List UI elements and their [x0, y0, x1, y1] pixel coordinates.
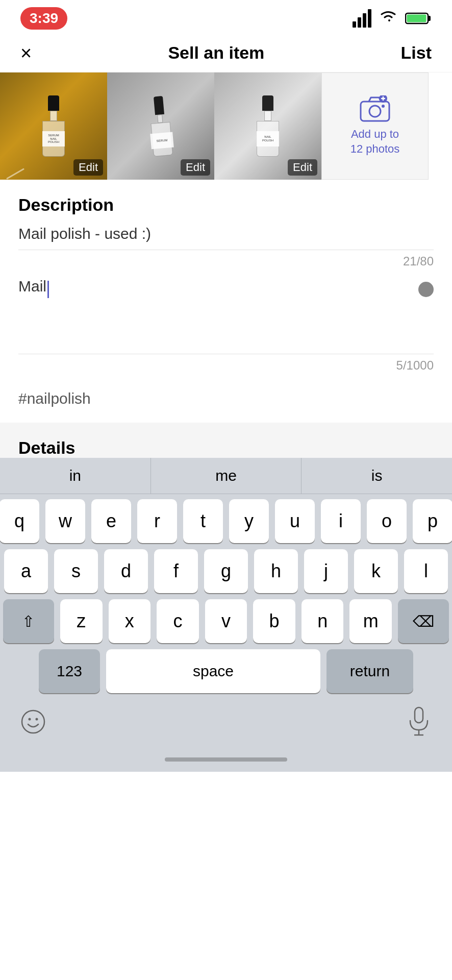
status-bar: 3:39: [0, 0, 452, 34]
key-p[interactable]: p: [413, 499, 452, 543]
delete-key[interactable]: ⌫: [398, 599, 449, 643]
svg-rect-1: [428, 16, 431, 21]
photo-item-3[interactable]: NAILPOLISH Edit: [214, 72, 321, 180]
key-t[interactable]: t: [183, 499, 223, 543]
key-s[interactable]: s: [54, 549, 98, 593]
details-section: Details: [0, 423, 452, 458]
description-title-row: [18, 225, 434, 250]
key-n[interactable]: n: [302, 599, 344, 643]
photo-content-3: NAILPOLISH: [257, 95, 279, 157]
key-r[interactable]: r: [137, 499, 177, 543]
svg-point-5: [382, 105, 385, 108]
key-y[interactable]: y: [229, 499, 269, 543]
photo-edit-button-3[interactable]: Edit: [288, 159, 317, 176]
keyboard-area: in me is q w e r t y u i o p a s d f g h…: [0, 458, 452, 752]
camera-icon: [360, 95, 390, 122]
key-i[interactable]: i: [321, 499, 361, 543]
details-section-title: Details: [18, 438, 434, 458]
key-row-1: q w e r t y u i o p: [3, 499, 449, 543]
svg-rect-3: [361, 102, 389, 121]
key-row-3: ⇧ z x c v b n m ⌫: [3, 599, 449, 643]
return-key[interactable]: return: [327, 649, 413, 693]
key-row-2: a s d f g h j k l: [3, 549, 449, 593]
page-title: Sell an item: [168, 43, 264, 63]
nav-bar: × Sell an item List: [0, 34, 452, 72]
key-a[interactable]: a: [4, 549, 48, 593]
photo-item-1[interactable]: SERUMNAILPOLISH Edit: [0, 72, 107, 180]
photo-content-2: SERUM: [148, 95, 173, 157]
key-g[interactable]: g: [204, 549, 248, 593]
keyboard-bottom-bar: [0, 699, 452, 752]
description-section: Description 21/80 Mail 5/1000 #nailpolis…: [0, 180, 452, 423]
add-photos-button[interactable]: Add up to12 photos: [321, 72, 429, 180]
key-m[interactable]: m: [349, 599, 392, 643]
key-f[interactable]: f: [154, 549, 198, 593]
key-u[interactable]: u: [275, 499, 315, 543]
photo-strip: SERUMNAILPOLISH Edit SERUM Edit: [0, 72, 452, 180]
hashtag-row: #nailpolish: [18, 380, 434, 423]
photo-edit-button-2[interactable]: Edit: [181, 159, 210, 176]
svg-point-11: [36, 718, 38, 721]
text-cursor: [47, 281, 49, 298]
description-body-char-count: 5/1000: [18, 354, 434, 380]
key-l[interactable]: l: [404, 549, 448, 593]
key-row-4: 123 space return: [3, 649, 449, 693]
wifi-icon: [379, 9, 398, 28]
microphone-button[interactable]: [406, 706, 432, 742]
key-v[interactable]: v: [205, 599, 247, 643]
key-k[interactable]: k: [354, 549, 398, 593]
description-body-row: Mail: [18, 273, 434, 354]
shift-key[interactable]: ⇧: [3, 599, 54, 643]
battery-icon: [405, 11, 432, 26]
svg-point-4: [369, 106, 381, 117]
svg-rect-12: [415, 707, 423, 723]
home-indicator: [0, 752, 452, 772]
description-section-title: Description: [18, 195, 434, 215]
key-b[interactable]: b: [253, 599, 295, 643]
key-o[interactable]: o: [367, 499, 407, 543]
home-indicator-bar: [165, 757, 287, 762]
space-key[interactable]: space: [106, 649, 320, 693]
autocomplete-item-1[interactable]: me: [151, 458, 302, 494]
status-time: 3:39: [20, 7, 67, 30]
photo-content: SERUMNAILPOLISH: [42, 95, 65, 157]
key-q[interactable]: q: [0, 499, 39, 543]
add-photos-label: Add up to12 photos: [350, 127, 400, 156]
numbers-key[interactable]: 123: [39, 649, 100, 693]
signal-bars-icon: [353, 9, 371, 28]
list-button[interactable]: List: [401, 43, 432, 63]
svg-point-10: [29, 718, 31, 721]
status-icons: [353, 9, 432, 28]
autocomplete-item-2[interactable]: is: [302, 458, 452, 494]
autocomplete-item-0[interactable]: in: [0, 458, 151, 494]
autocomplete-bar: in me is: [0, 458, 452, 494]
key-x[interactable]: x: [109, 599, 151, 643]
svg-point-9: [22, 710, 44, 733]
svg-rect-2: [407, 15, 426, 22]
key-w[interactable]: w: [45, 499, 85, 543]
key-c[interactable]: c: [157, 599, 199, 643]
keyboard-keys: q w e r t y u i o p a s d f g h j k l ⇧ …: [0, 494, 452, 693]
close-button[interactable]: ×: [20, 43, 32, 63]
description-body-text: Mail: [18, 278, 46, 295]
photo-item-2[interactable]: SERUM Edit: [107, 72, 214, 180]
key-h[interactable]: h: [254, 549, 298, 593]
description-title-input[interactable]: [18, 225, 434, 242]
key-d[interactable]: d: [104, 549, 148, 593]
key-z[interactable]: z: [60, 599, 103, 643]
key-j[interactable]: j: [304, 549, 348, 593]
emoji-button[interactable]: [20, 709, 46, 740]
key-e[interactable]: e: [91, 499, 131, 543]
photo-edit-button-1[interactable]: Edit: [73, 159, 103, 176]
autocorrect-dot: [418, 282, 434, 297]
description-title-char-count: 21/80: [18, 250, 434, 273]
